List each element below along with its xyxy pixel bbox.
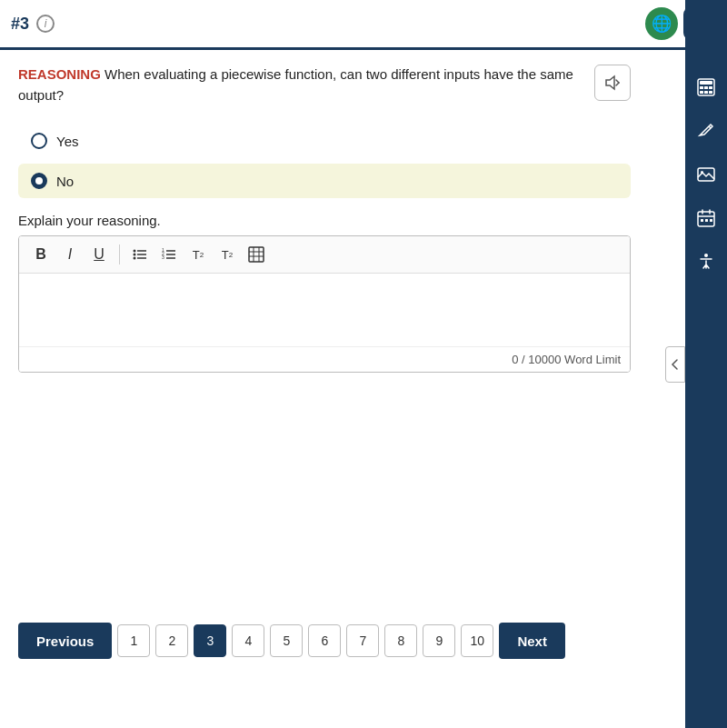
svg-rect-2 — [700, 86, 703, 89]
underline-button[interactable]: U — [86, 242, 112, 267]
page-8[interactable]: 8 — [384, 624, 417, 657]
next-button[interactable]: Next — [499, 623, 565, 659]
calculator-icon[interactable] — [692, 73, 721, 102]
subscript-button[interactable]: T2 — [214, 242, 240, 267]
question-number: #3 — [11, 15, 29, 34]
pagination: Previous 1 2 3 4 5 6 7 8 9 10 Next — [0, 608, 583, 673]
svg-point-9 — [701, 171, 703, 174]
page-1[interactable]: 1 — [117, 624, 150, 657]
info-icon[interactable]: i — [36, 15, 55, 33]
bold-button[interactable]: B — [28, 242, 54, 267]
svg-rect-11 — [701, 219, 703, 222]
svg-rect-4 — [709, 86, 712, 89]
accessibility-icon[interactable] — [692, 247, 721, 276]
option-yes[interactable]: Yes — [18, 124, 631, 158]
svg-point-18 — [134, 250, 136, 253]
main-content: REASONING When evaluating a piecewise fu… — [0, 50, 685, 387]
question-text: REASONING When evaluating a piecewise fu… — [18, 65, 631, 105]
svg-rect-6 — [704, 91, 708, 94]
pencil-icon[interactable] — [692, 116, 721, 145]
editor-toolbar: B I U 1 2 3 — [19, 236, 630, 274]
svg-rect-13 — [710, 219, 712, 222]
right-toolbar — [685, 0, 727, 728]
calendar-icon[interactable] — [692, 204, 721, 233]
table-button[interactable] — [244, 242, 269, 267]
svg-line-17 — [616, 83, 619, 85]
svg-rect-7 — [709, 91, 712, 94]
explain-label: Explain your reasoning. — [18, 213, 631, 228]
option-no-label: No — [56, 174, 74, 189]
page-3[interactable]: 3 — [194, 624, 226, 657]
toolbar-divider-1 — [119, 244, 120, 264]
globe-button[interactable]: 🌐 — [645, 7, 678, 40]
page-4[interactable]: 4 — [232, 624, 264, 657]
page-7[interactable]: 7 — [346, 624, 379, 657]
svg-rect-1 — [700, 81, 712, 85]
svg-rect-3 — [704, 86, 708, 89]
page-10[interactable]: 10 — [461, 624, 493, 657]
numbered-list-button[interactable]: 1 2 3 — [156, 242, 182, 267]
reasoning-label: REASONING — [18, 66, 101, 82]
svg-marker-15 — [606, 76, 614, 89]
bullet-list-button[interactable] — [127, 242, 153, 267]
header: #3 i 🌐 🚩 — [0, 0, 727, 50]
svg-rect-30 — [249, 247, 264, 262]
option-yes-label: Yes — [56, 134, 78, 149]
radio-yes[interactable] — [31, 133, 47, 149]
option-no[interactable]: No — [18, 164, 631, 198]
text-editor: B I U 1 2 3 — [18, 235, 631, 373]
speaker-button[interactable] — [594, 65, 631, 101]
svg-point-14 — [704, 254, 708, 257]
editor-area[interactable] — [19, 274, 630, 346]
word-count: 0 / 10000 Word Limit — [19, 346, 630, 372]
svg-rect-5 — [700, 91, 703, 94]
italic-button[interactable]: I — [57, 242, 83, 267]
radio-no[interactable] — [31, 173, 47, 189]
superscript-button[interactable]: T2 — [185, 242, 211, 267]
page-2[interactable]: 2 — [155, 624, 188, 657]
collapse-panel-button[interactable] — [665, 346, 685, 383]
page-5[interactable]: 5 — [270, 624, 303, 657]
svg-point-19 — [134, 254, 136, 256]
question-body: When evaluating a piecewise function, ca… — [18, 66, 573, 103]
header-left: #3 i — [11, 15, 55, 34]
previous-button[interactable]: Previous — [18, 623, 112, 659]
page-6[interactable]: 6 — [308, 624, 341, 657]
page-9[interactable]: 9 — [423, 624, 455, 657]
svg-text:3: 3 — [162, 254, 164, 260]
svg-rect-12 — [705, 219, 708, 222]
image-icon[interactable] — [692, 160, 721, 189]
svg-point-20 — [134, 257, 136, 260]
